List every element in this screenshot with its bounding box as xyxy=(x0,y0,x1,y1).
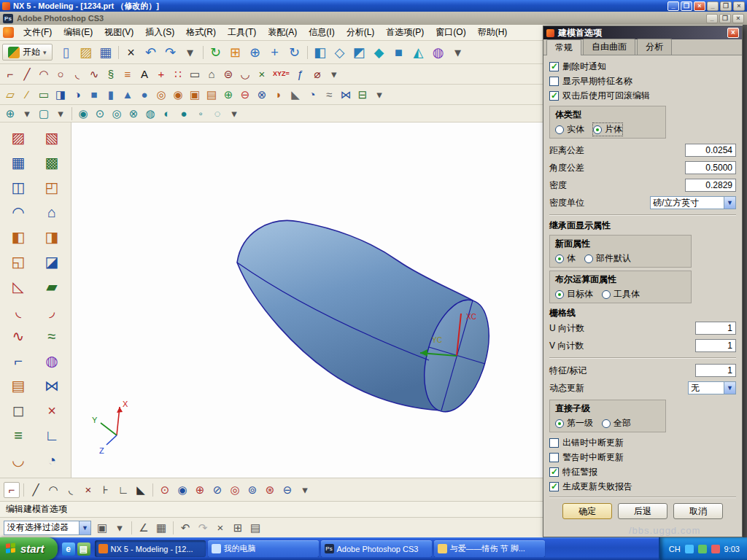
bg-close-button[interactable]: × xyxy=(733,1,745,11)
ps-close-button[interactable]: × xyxy=(732,14,744,23)
coordinates-icon[interactable]: XYZ= xyxy=(271,66,292,82)
v-count-input[interactable]: 1 xyxy=(695,339,736,352)
menu-item-4[interactable]: 格式(R) xyxy=(180,25,222,40)
snap-intersection-icon[interactable]: ⊗ xyxy=(125,106,142,122)
chevron-down-icon[interactable]: ▼ xyxy=(79,521,90,534)
point-dialog-icon[interactable]: ⊕ xyxy=(2,106,18,122)
swept-surface-icon[interactable]: ◫ xyxy=(7,176,29,198)
radio-first-level[interactable]: 第一级 xyxy=(555,417,593,429)
rotate-view-icon[interactable]: ↻ xyxy=(285,43,304,62)
checkbox-icon[interactable] xyxy=(549,467,559,477)
radio-all[interactable]: 全部 xyxy=(602,417,631,429)
dropdown-icon[interactable]: ▾ xyxy=(371,87,387,103)
density-input[interactable]: 0.2829 xyxy=(685,179,736,192)
start-button[interactable]: start xyxy=(0,537,58,560)
trimmed-sheet-icon[interactable]: ◺ xyxy=(7,276,29,298)
law-curve-icon[interactable]: ƒ xyxy=(293,66,309,82)
dialog-titlebar[interactable]: 建模首选项 × xyxy=(543,26,742,39)
radio-icon[interactable] xyxy=(555,290,564,299)
constraint-icon-1[interactable]: ⊙ xyxy=(157,482,173,498)
menu-item-9[interactable]: 首选项(P) xyxy=(380,25,430,40)
pocket-icon[interactable]: ▣ xyxy=(187,87,203,103)
group-curve-icon[interactable]: ⌀ xyxy=(309,66,325,82)
menu-item-8[interactable]: 分析(L) xyxy=(341,25,381,40)
snap-existing-point-icon[interactable]: ● xyxy=(176,106,192,122)
photoshop-titlebar[interactable]: Ps Adobe Photoshop CS3 _ ❐ × xyxy=(0,12,747,25)
shaded-view-icon[interactable]: ◧ xyxy=(311,43,330,62)
sketch-profile-icon[interactable]: ⌐ xyxy=(4,482,20,498)
rectangle-icon[interactable]: ▭ xyxy=(187,66,203,82)
undo-icon[interactable]: ↶ xyxy=(142,43,160,62)
developed-surface-icon[interactable]: ◡ xyxy=(7,449,29,471)
orient-view-icon[interactable]: ◭ xyxy=(409,43,428,62)
undo-small-icon[interactable]: ↶ xyxy=(177,520,193,536)
styled-blend-icon[interactable]: ≈ xyxy=(41,325,63,347)
line-icon[interactable]: ╱ xyxy=(19,66,35,82)
angle-tolerance-input[interactable]: 0.5000 xyxy=(685,161,736,174)
ps-restore-button[interactable]: ❐ xyxy=(719,14,731,23)
menu-item-5[interactable]: 工具(T) xyxy=(222,25,262,40)
radio-target-body[interactable]: 目标体 xyxy=(555,288,593,300)
tab-freeform[interactable]: 自由曲面 xyxy=(583,39,635,55)
extension-surface-icon[interactable]: ◧ xyxy=(7,226,29,248)
offset-curve-icon[interactable]: ≡ xyxy=(120,66,136,82)
conic-icon[interactable]: ◡ xyxy=(237,66,253,82)
menu-item-6[interactable]: 装配(A) xyxy=(262,25,303,40)
save-icon[interactable]: ▦ xyxy=(96,43,115,62)
cylinder-icon[interactable]: ▮ xyxy=(103,87,119,103)
taskbar-task-0[interactable]: NX 5 - Modeling - [12... xyxy=(95,540,206,557)
shell-icon[interactable]: ◔ xyxy=(304,87,320,103)
revolve-icon[interactable]: ◑ xyxy=(69,87,85,103)
trimetric-view-icon[interactable]: ◩ xyxy=(350,43,369,62)
dropdown-icon[interactable]: ▾ xyxy=(53,106,69,122)
quick-trim-icon[interactable]: × xyxy=(80,482,96,498)
quick-launch-desktop-icon[interactable]: ▤ xyxy=(77,542,90,556)
cancel-button[interactable]: 取消 xyxy=(673,503,723,519)
menu-item-3[interactable]: 插入(S) xyxy=(139,25,180,40)
feature-alert-checkbox[interactable]: 特征警报 xyxy=(549,464,736,479)
isometric-view-icon[interactable]: ◆ xyxy=(370,43,389,62)
constraint-icon-4[interactable]: ⊘ xyxy=(209,482,225,498)
thicken-icon[interactable]: ⊟ xyxy=(355,87,371,103)
dialog-close-icon[interactable]: × xyxy=(727,28,739,38)
nx-titlebar[interactable]: NX 5 - Modeling - [1234.prt （修改的）] _ ❐ ×… xyxy=(0,0,747,12)
display-mode-icon[interactable]: ◍ xyxy=(429,43,448,62)
tray-volume-icon[interactable] xyxy=(711,545,720,553)
taskbar-task-1[interactable]: 我的电脑 xyxy=(208,540,319,557)
x-form-icon[interactable]: × xyxy=(41,400,63,421)
constraint-icon-2[interactable]: ◉ xyxy=(174,482,190,498)
language-indicator[interactable]: CH xyxy=(669,545,681,553)
snap-point-on-surface-icon[interactable]: ◌ xyxy=(209,106,225,122)
checkbox-icon[interactable] xyxy=(549,62,559,71)
chevron-down-icon[interactable]: ▼ xyxy=(724,382,735,394)
snap-control-point-icon[interactable]: ◎ xyxy=(109,106,125,122)
sketch-icon[interactable]: ▭ xyxy=(36,87,52,103)
constraint-icon-7[interactable]: ⊛ xyxy=(262,482,278,498)
sketch-fillet-icon[interactable]: ◟ xyxy=(63,482,79,498)
filter-type-icon[interactable]: ▣ xyxy=(94,520,110,536)
pad-icon[interactable]: ▤ xyxy=(204,87,220,103)
taskbar-task-2[interactable]: PsAdobe Photoshop CS3 xyxy=(321,540,432,557)
feature-tag-input[interactable]: 1 xyxy=(695,364,736,377)
i-form-icon[interactable]: ≡ xyxy=(7,424,29,446)
ellipse-icon[interactable]: ⊜ xyxy=(220,66,236,82)
block-icon[interactable]: ■ xyxy=(86,87,102,103)
through-curve-mesh-icon[interactable]: ▩ xyxy=(41,152,63,174)
taskbar-task-3[interactable]: 与爱——情伤 节 脚... xyxy=(434,540,545,557)
sew-surface-icon[interactable]: ⋈ xyxy=(41,375,63,397)
rollback-edit-checkbox[interactable]: 双击后使用可回滚编辑 xyxy=(549,88,736,103)
open-icon[interactable]: ▨ xyxy=(77,43,96,62)
fit-view-icon[interactable]: ⊞ xyxy=(226,43,245,62)
update-failure-report-checkbox[interactable]: 生成更新失败报告 xyxy=(549,479,736,494)
dropdown-icon[interactable]: ▾ xyxy=(112,520,128,536)
arc-icon[interactable]: ◠ xyxy=(36,66,52,82)
law-extension-icon[interactable]: ◨ xyxy=(41,226,63,248)
u-count-input[interactable]: 1 xyxy=(695,322,736,335)
text-icon[interactable]: A xyxy=(136,66,152,82)
grid-toggle-icon[interactable]: ▦ xyxy=(153,520,169,536)
polygon-icon[interactable]: ⌂ xyxy=(204,66,220,82)
intersect-icon[interactable]: ⊗ xyxy=(254,87,270,103)
datum-axis-icon[interactable]: ∕ xyxy=(19,87,35,103)
tab-analysis[interactable]: 分析 xyxy=(637,39,672,55)
snap-endpoint-icon[interactable]: ◉ xyxy=(75,106,91,122)
